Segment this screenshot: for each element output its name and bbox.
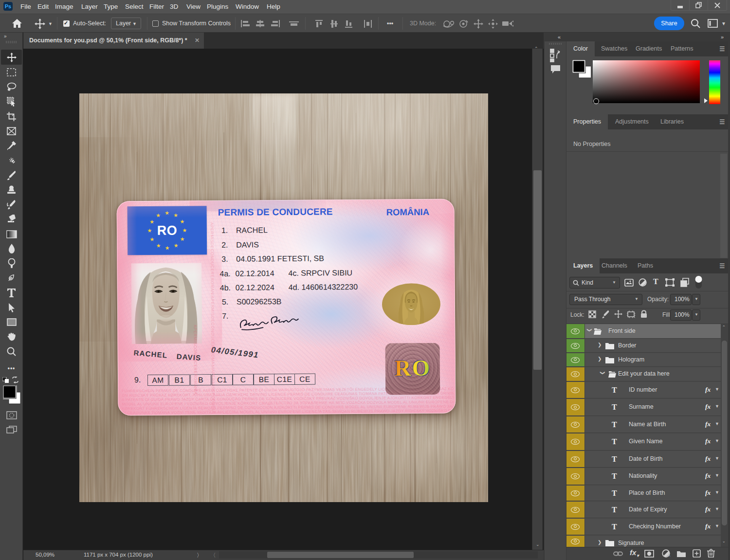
svg-text:▾: ▾ xyxy=(670,554,670,558)
